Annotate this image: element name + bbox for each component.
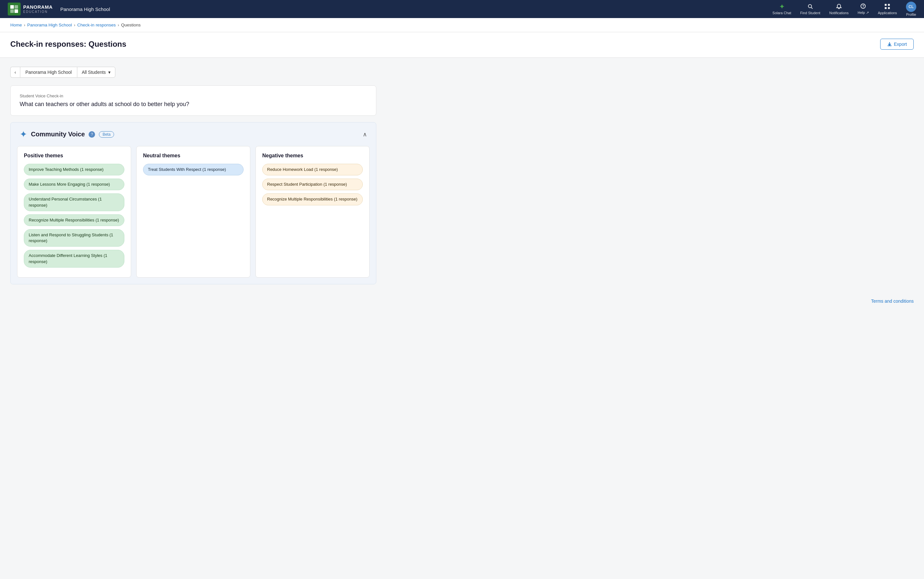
navbar: PANORAMA EDUCATION Panorama High School … xyxy=(0,0,924,18)
nav-item-solara[interactable]: ✦ Solara Chat xyxy=(772,3,791,15)
theme-tag[interactable]: Recognize Multiple Responsibilities (1 r… xyxy=(24,214,124,226)
svg-rect-1 xyxy=(15,5,18,9)
nav-item-profile[interactable]: CL Profile xyxy=(906,2,916,16)
sep2: › xyxy=(74,23,75,28)
cv-header: ✦ Community Voice ? Beta ∧ xyxy=(11,123,376,146)
navbar-right: ✦ Solara Chat Find Student Notifications xyxy=(772,2,916,16)
nav-label-applications: Applications xyxy=(878,11,897,15)
help-question-icon: ? xyxy=(91,132,93,137)
filter-dropdown-label: All Students xyxy=(82,70,106,75)
nav-item-find-student[interactable]: Find Student xyxy=(800,3,820,15)
svg-line-5 xyxy=(811,7,813,9)
svg-text:?: ? xyxy=(862,4,864,8)
theme-tag[interactable]: Improve Teaching Methods (1 response) xyxy=(24,164,124,175)
theme-tag[interactable]: Treat Students With Respect (1 response) xyxy=(143,164,244,175)
nav-item-notifications[interactable]: Notifications xyxy=(829,3,849,15)
breadcrumb-section[interactable]: Check-in responses xyxy=(77,23,116,28)
terms-link[interactable]: Terms and conditions xyxy=(871,299,914,304)
page-header: Check-in responses: Questions Export xyxy=(0,32,924,58)
svg-point-4 xyxy=(808,5,812,8)
theme-col-positive: Positive themesImprove Teaching Methods … xyxy=(17,146,131,278)
search-icon xyxy=(807,3,813,10)
breadcrumb-home[interactable]: Home xyxy=(10,23,22,28)
theme-col-negative: Negative themesReduce Homework Load (1 r… xyxy=(256,146,370,278)
bell-icon xyxy=(836,3,842,10)
theme-tag[interactable]: Recognize Multiple Responsibilities (1 r… xyxy=(262,193,363,205)
cv-header-left: ✦ Community Voice ? Beta xyxy=(20,129,114,140)
cv-title: Community Voice xyxy=(31,131,85,138)
sep3: › xyxy=(117,23,119,28)
nav-label-profile: Profile xyxy=(906,13,916,16)
chevron-down-icon: ▾ xyxy=(108,70,111,75)
cv-help-icon[interactable]: ? xyxy=(89,131,95,137)
sep1: › xyxy=(24,23,26,28)
page-title: Check-in responses: Questions xyxy=(10,40,126,49)
sparkle-icon: ✦ xyxy=(20,129,27,140)
survey-label: Student Voice Check-in xyxy=(20,93,367,98)
logo-icon xyxy=(8,3,21,15)
breadcrumb-current: Questions xyxy=(121,23,141,28)
cv-beta-badge: Beta xyxy=(99,131,114,137)
svg-rect-3 xyxy=(15,9,18,13)
filter-back-button[interactable]: ‹ xyxy=(10,67,20,78)
navbar-school-name: Panorama High School xyxy=(60,7,110,12)
filter-students-dropdown[interactable]: All Students ▾ xyxy=(77,67,116,78)
nav-item-applications[interactable]: Applications xyxy=(878,3,897,15)
svg-rect-2 xyxy=(10,9,14,13)
brand-sub: EDUCATION xyxy=(23,10,52,13)
export-button[interactable]: Export xyxy=(880,39,914,50)
theme-tag[interactable]: Accommodate Different Learning Styles (1… xyxy=(24,250,124,267)
theme-tag[interactable]: Understand Personal Circumstances (1 res… xyxy=(24,193,124,211)
theme-tag[interactable]: Listen and Respond to Struggling Student… xyxy=(24,229,124,247)
footer: Terms and conditions xyxy=(0,293,924,309)
nav-item-help[interactable]: ? Help ↗ xyxy=(858,3,869,15)
download-icon xyxy=(887,42,892,47)
svg-rect-11 xyxy=(888,7,890,9)
svg-rect-0 xyxy=(10,5,14,9)
filter-school-label: Panorama High School xyxy=(20,67,77,78)
brand-name: PANORAMA xyxy=(23,5,52,10)
nav-label-help: Help ↗ xyxy=(858,11,869,15)
theme-col-neutral: Neutral themesTreat Students With Respec… xyxy=(136,146,250,278)
help-icon: ? xyxy=(860,3,866,10)
grid-icon xyxy=(884,3,890,10)
question-card: Student Voice Check-in What can teachers… xyxy=(10,85,376,116)
breadcrumb: Home › Panorama High School › Check-in r… xyxy=(0,18,924,32)
logo-box[interactable]: PANORAMA EDUCATION xyxy=(8,3,52,15)
community-voice-card: ✦ Community Voice ? Beta ∧ Positive them… xyxy=(10,122,376,285)
theme-col-title-positive: Positive themes xyxy=(24,153,124,159)
breadcrumb-school[interactable]: Panorama High School xyxy=(28,23,72,28)
nav-label-notifications: Notifications xyxy=(829,11,849,15)
navbar-left: PANORAMA EDUCATION Panorama High School xyxy=(8,3,110,15)
svg-rect-9 xyxy=(888,4,890,6)
theme-tag[interactable]: Make Lessons More Engaging (1 response) xyxy=(24,178,124,190)
nav-label-find: Find Student xyxy=(800,11,820,15)
nav-label-solara: Solara Chat xyxy=(772,11,791,15)
theme-tag[interactable]: Respect Student Participation (1 respons… xyxy=(262,178,363,190)
filter-bar: ‹ Panorama High School All Students ▾ xyxy=(10,67,376,78)
themes-grid: Positive themesImprove Teaching Methods … xyxy=(11,146,376,284)
svg-rect-8 xyxy=(885,4,887,6)
question-text: What can teachers or other adults at sch… xyxy=(20,101,367,108)
svg-rect-10 xyxy=(885,7,887,9)
chevron-up-icon: ∧ xyxy=(363,131,367,137)
theme-col-title-neutral: Neutral themes xyxy=(143,153,244,159)
logo-text: PANORAMA EDUCATION xyxy=(23,5,52,13)
cv-collapse-button[interactable]: ∧ xyxy=(363,131,367,138)
theme-tag[interactable]: Reduce Homework Load (1 response) xyxy=(262,164,363,175)
avatar: CL xyxy=(906,2,916,12)
export-label: Export xyxy=(894,42,907,47)
main-content: ‹ Panorama High School All Students ▾ St… xyxy=(0,58,386,293)
theme-col-title-negative: Negative themes xyxy=(262,153,363,159)
star-icon: ✦ xyxy=(779,3,785,10)
